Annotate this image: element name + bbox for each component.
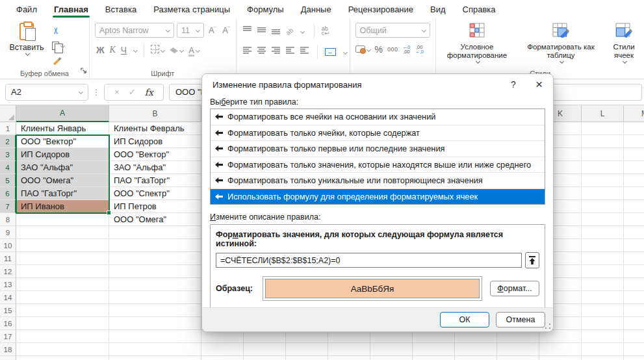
wrap-text-button[interactable]: abc↩ <box>322 27 329 36</box>
cell-L14[interactable] <box>582 291 624 304</box>
align-bottom-button[interactable] <box>272 25 280 37</box>
cell-M18[interactable] <box>624 343 644 356</box>
cell-A8[interactable] <box>16 213 109 226</box>
cell-M4[interactable] <box>624 161 644 174</box>
cell-J17[interactable] <box>497 330 539 343</box>
cell-A7[interactable]: ИП Иванов <box>16 200 109 213</box>
cell-A5[interactable]: ООО "Омега" <box>16 174 109 187</box>
ribbon-tab-6[interactable]: Данные <box>292 0 340 18</box>
cell-A11[interactable] <box>16 252 109 265</box>
increase-indent-button[interactable] <box>300 46 309 58</box>
cell-G18[interactable] <box>370 343 413 356</box>
cell-K17[interactable] <box>539 330 582 343</box>
insert-function-icon[interactable]: fx <box>145 87 153 97</box>
rule-type-option-4[interactable]: Форматировать только значения, которые н… <box>211 157 545 174</box>
ribbon-tab-1[interactable]: Файл <box>8 0 45 18</box>
ok-button[interactable]: ОК <box>440 312 489 328</box>
cell-L9[interactable] <box>582 226 624 239</box>
increase-decimal-button[interactable]: ←0,00 <box>403 45 411 54</box>
cell-C17[interactable] <box>201 330 244 343</box>
cell-L3[interactable] <box>582 148 624 161</box>
decrease-indent-button[interactable] <box>286 46 294 58</box>
percent-style-button[interactable]: % <box>375 44 383 55</box>
cell-L2[interactable] <box>582 135 624 148</box>
cell-D18[interactable] <box>244 343 286 356</box>
row-header-17[interactable]: 17 <box>0 330 16 343</box>
cell-B9[interactable] <box>109 226 201 239</box>
row-header-9[interactable]: 9 <box>0 226 16 239</box>
cell-A9[interactable] <box>16 226 109 239</box>
fill-color-button[interactable] <box>170 44 183 56</box>
col-header-M[interactable]: M <box>624 105 644 122</box>
paste-button[interactable]: Вставить <box>6 23 47 67</box>
cell-D17[interactable] <box>244 330 286 343</box>
cell-M12[interactable] <box>624 265 644 278</box>
cell-M5[interactable] <box>624 174 644 187</box>
cell-L10[interactable] <box>582 239 624 252</box>
cell-M1[interactable] <box>624 122 644 135</box>
cell-M7[interactable] <box>624 200 644 213</box>
cell-L15[interactable] <box>582 304 624 317</box>
ribbon-tab-8[interactable]: Вид <box>422 0 454 18</box>
underline-button[interactable]: Ч <box>121 45 127 55</box>
cell-M3[interactable] <box>624 148 644 161</box>
cell-B7[interactable]: ИП Петров <box>109 200 201 213</box>
italic-button[interactable]: К <box>110 45 116 55</box>
cell-L7[interactable] <box>582 200 624 213</box>
row-header-14[interactable]: 14 <box>0 291 16 304</box>
cell-B4[interactable]: ЗАО "Альфа" <box>109 161 201 174</box>
ribbon-tab-3[interactable]: Вставка <box>97 0 145 18</box>
row-header-13[interactable]: 13 <box>0 278 16 291</box>
col-header-L[interactable]: L <box>582 105 624 122</box>
ribbon-tab-4[interactable]: Разметка страницы <box>145 0 238 18</box>
row-header-5[interactable]: 5 <box>0 174 16 187</box>
row-header-15[interactable]: 15 <box>0 304 16 317</box>
cut-button[interactable]: ✂ <box>52 24 64 37</box>
ribbon-tab-2[interactable]: Главная <box>45 0 97 18</box>
cell-D19[interactable] <box>244 356 286 360</box>
cell-B15[interactable] <box>109 304 201 317</box>
cell-B19[interactable] <box>109 356 201 360</box>
cell-A17[interactable] <box>16 330 109 343</box>
cell-B2[interactable]: ИП Сидоров <box>109 135 201 148</box>
confirm-entry-icon[interactable]: ✓ <box>129 87 136 97</box>
cell-B5[interactable]: ПАО "ГазТорг" <box>109 174 201 187</box>
cell-L4[interactable] <box>582 161 624 174</box>
format-painter-button[interactable] <box>52 54 64 67</box>
col-header-B[interactable]: B <box>109 105 201 122</box>
rule-type-option-3[interactable]: Форматировать только первые или последни… <box>211 141 545 157</box>
borders-button[interactable] <box>151 44 164 56</box>
cell-M2[interactable] <box>624 135 644 148</box>
rule-type-option-1[interactable]: Форматировать все ячейки на основании их… <box>211 109 545 125</box>
align-left-button[interactable] <box>243 46 251 58</box>
rule-type-option-6[interactable]: Использовать формулу для определения фор… <box>211 189 545 205</box>
dialog-launcher-icon[interactable] <box>81 65 87 77</box>
grow-font-button[interactable]: Aˆ <box>207 25 218 35</box>
cell-H19[interactable] <box>413 356 455 360</box>
font-name-select[interactable]: Aptos Narrow <box>95 23 174 38</box>
cell-L16[interactable] <box>582 317 624 330</box>
cell-A13[interactable] <box>16 278 109 291</box>
cell-E17[interactable] <box>286 330 328 343</box>
rule-formula-input[interactable] <box>216 253 522 268</box>
cell-styles-button[interactable]: Стили ячеек <box>604 23 644 63</box>
row-header-10[interactable]: 10 <box>0 239 16 252</box>
cell-L12[interactable] <box>582 265 624 278</box>
decrease-decimal-button[interactable]: ,00→,0 <box>415 45 424 54</box>
align-right-button[interactable] <box>272 46 280 58</box>
cell-A12[interactable] <box>16 265 109 278</box>
cell-H18[interactable] <box>413 343 455 356</box>
accounting-format-button[interactable] <box>355 44 370 55</box>
cell-M15[interactable] <box>624 304 644 317</box>
cancel-entry-icon[interactable]: × <box>114 87 120 97</box>
cell-L13[interactable] <box>582 278 624 291</box>
cell-A4[interactable]: ЗАО "Альфа" <box>16 161 109 174</box>
cell-I18[interactable] <box>455 343 497 356</box>
row-header-18[interactable]: 18 <box>0 343 16 356</box>
font-size-select[interactable]: 11 <box>177 23 204 38</box>
cell-M19[interactable] <box>624 356 644 360</box>
cell-A19[interactable] <box>16 356 109 360</box>
cell-M17[interactable] <box>624 330 644 343</box>
ribbon-tab-9[interactable]: Справка <box>454 0 504 18</box>
cell-B6[interactable]: ООО "Спектр" <box>109 187 201 200</box>
